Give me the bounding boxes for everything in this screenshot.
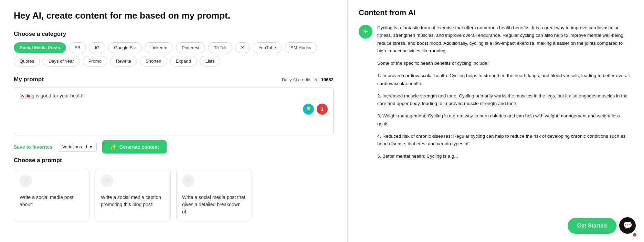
chat-button[interactable]: 💬 [619,217,636,234]
variations-value: 1 [85,144,88,149]
card-text: Write a social media post about: [20,194,84,208]
chip-expand[interactable]: Expand [170,56,197,66]
prompt-card-card-1[interactable]: ♡Write a social media post about: [14,169,89,221]
chip-social-media-posts[interactable]: Social Media Posts [14,42,66,53]
chip-pinterest[interactable]: Pinterest [176,42,205,53]
heart-icon[interactable]: ♡ [101,175,113,187]
chip-shorten[interactable]: Shorten [140,56,167,66]
right-panel: Content from AI ✦ Cycling is a fantastic… [348,0,644,242]
chip-ig[interactable]: IG [89,42,105,53]
variations-select[interactable]: Variations: 1 ▾ [58,142,97,152]
chip-promo[interactable]: Promo [83,56,107,66]
ai-paragraph: 5. Better mental health: Cycling is a g.… [377,152,633,160]
chip-linkedin[interactable]: LinkedIn [145,42,173,53]
ai-icon: ✦ [359,25,372,39]
left-panel: Hey AI, create content for me based on m… [0,0,348,242]
prompt-actions: Save to favorites Variations: 1 ▾ ✨ Gene… [14,140,334,154]
ai-paragraph: 4. Reduced risk of chronic diseases: Reg… [377,133,633,148]
card-text: Write a social media post that gives a d… [182,194,246,215]
card-text: Write a social media caption promoting t… [101,194,165,208]
heart-icon[interactable]: ♡ [182,175,194,187]
chip-sm-hooks[interactable]: SM Hooks [285,42,317,53]
choose-prompt-title: Choose a prompt [14,157,334,164]
prompt-cards: ♡Write a social media post about:♡Write … [14,169,334,221]
chip-lists[interactable]: Lists [200,56,221,66]
chip-quotes[interactable]: Quotes [14,56,40,66]
ai-content-title: Content from AI [359,8,633,17]
chip-youtube[interactable]: YouTube [253,42,282,53]
chip-google-biz[interactable]: Google Biz [108,42,142,53]
category-section-title: Choose a category [14,31,334,38]
ai-text-content: Cycling is a fantastic form of exercise … [377,24,633,165]
prompt-icon-bulb[interactable]: 💡 [303,104,314,115]
page-title: Hey AI, create content for me based on m… [14,10,334,21]
category-chips: Social Media PostsFBIGGoogle BizLinkedIn… [14,42,334,66]
ai-content-row: ✦ Cycling is a fantastic form of exercis… [359,24,633,165]
prompt-card-card-3[interactable]: ♡Write a social media post that gives a … [176,169,252,221]
prompt-card-card-2[interactable]: ♡Write a social media caption promoting … [95,169,171,221]
chip-tiktok[interactable]: TikTok [208,42,232,53]
chevron-down-icon: ▾ [90,144,92,149]
ai-paragraph: 2. Increased muscle strength and tone: C… [377,92,633,108]
prompt-icon-counter[interactable]: 1 [317,104,328,115]
variations-label: Variations: [62,144,83,149]
ai-paragraph: Cycling is a fantastic form of exercise … [377,24,633,55]
chat-notification-dot [633,233,636,236]
ai-paragraph: Some of the specific health benefits of … [377,60,633,67]
save-to-favorites-button[interactable]: Save to favorites [14,144,52,150]
choose-prompt-section: Choose a prompt ♡Write a social media po… [14,157,334,221]
heart-icon[interactable]: ♡ [20,175,32,187]
sparkle-icon: ✨ [110,144,117,150]
credits-value: 19682 [321,77,334,82]
prompt-area: My prompt Daily AI credits left: 19682 c… [14,76,334,154]
chip-rewrite[interactable]: Rewrite [110,56,137,66]
prompt-textarea[interactable]: cycling is good for your health! 💡 1 [14,87,334,135]
prompt-header: My prompt Daily AI credits left: 19682 [14,76,334,83]
prompt-text: cycling is good for your health! [20,92,328,99]
chip-days-of-year[interactable]: Days of Year [43,56,80,66]
prompt-label: My prompt [14,76,44,83]
prompt-icons: 💡 1 [20,104,328,115]
prompt-rest-text: is good for your health! [34,93,85,98]
chip-x[interactable]: X [235,42,250,53]
ai-paragraph: 3. Weight management: Cycling is a great… [377,112,633,128]
credits-text: Daily AI credits left: 19682 [282,77,334,82]
ai-paragraph: 1. Improved cardiovascular health: Cycli… [377,72,633,87]
prompt-underline-word: cycling [20,93,34,98]
generate-content-button[interactable]: ✨ Generate content [102,140,167,154]
get-started-button[interactable]: Get Started [568,218,616,234]
category-section: Choose a category Social Media PostsFBIG… [14,31,334,66]
chip-fb[interactable]: FB [69,42,86,53]
